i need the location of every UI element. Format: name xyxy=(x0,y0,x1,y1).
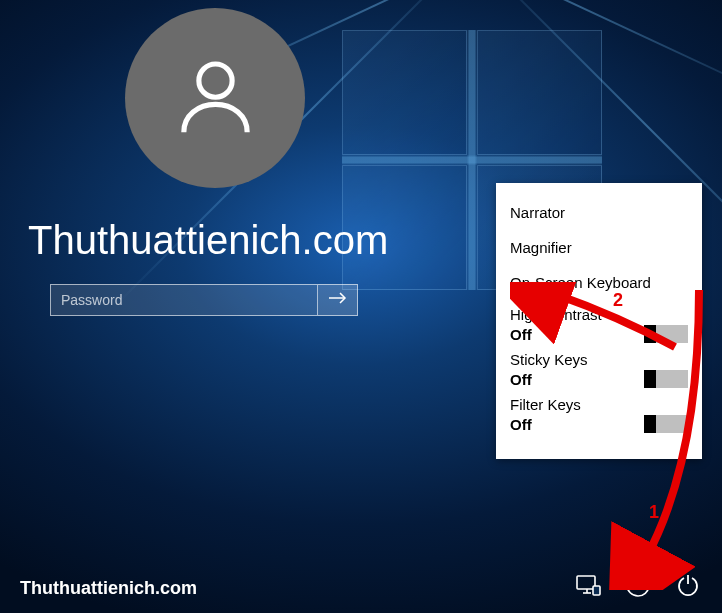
magnifier-menu-item[interactable]: Magnifier xyxy=(510,230,688,265)
filter-keys-toggle[interactable] xyxy=(644,415,688,433)
filter-keys-state: Off xyxy=(510,416,532,433)
on-screen-keyboard-menu-item[interactable]: On-Screen Keyboard xyxy=(510,265,688,300)
narrator-menu-item[interactable]: Narrator xyxy=(510,195,688,230)
sticky-keys-label: Sticky Keys xyxy=(510,351,688,368)
bg-light-beam xyxy=(351,0,722,112)
sticky-keys-state: Off xyxy=(510,371,532,388)
power-button[interactable] xyxy=(674,573,702,601)
power-icon xyxy=(676,573,700,601)
svg-point-0 xyxy=(198,64,231,97)
ease-of-access-button[interactable] xyxy=(624,573,652,601)
user-icon xyxy=(168,49,263,148)
filter-keys-block: Filter Keys Off xyxy=(510,396,688,433)
svg-rect-5 xyxy=(593,586,600,595)
high-contrast-toggle[interactable] xyxy=(644,325,688,343)
svg-point-6 xyxy=(636,583,640,587)
user-avatar xyxy=(125,8,305,188)
password-input[interactable] xyxy=(50,284,318,316)
annotation-label-1: 1 xyxy=(649,502,659,523)
username-display: Thuthuattienich.com xyxy=(28,218,388,263)
ease-of-access-icon xyxy=(625,572,651,602)
sticky-keys-block: Sticky Keys Off xyxy=(510,351,688,388)
high-contrast-label: High Contrast xyxy=(510,306,688,323)
submit-button[interactable] xyxy=(318,284,358,316)
password-row xyxy=(50,284,358,316)
ease-of-access-menu: Narrator Magnifier On-Screen Keyboard Hi… xyxy=(496,183,702,459)
system-icons-tray xyxy=(574,573,702,601)
network-icon xyxy=(575,574,601,600)
arrow-right-icon xyxy=(328,291,348,309)
sticky-keys-toggle[interactable] xyxy=(644,370,688,388)
filter-keys-label: Filter Keys xyxy=(510,396,688,413)
high-contrast-block: High Contrast Off xyxy=(510,306,688,343)
network-button[interactable] xyxy=(574,573,602,601)
high-contrast-state: Off xyxy=(510,326,532,343)
watermark-text: Thuthuattienich.com xyxy=(20,578,197,599)
